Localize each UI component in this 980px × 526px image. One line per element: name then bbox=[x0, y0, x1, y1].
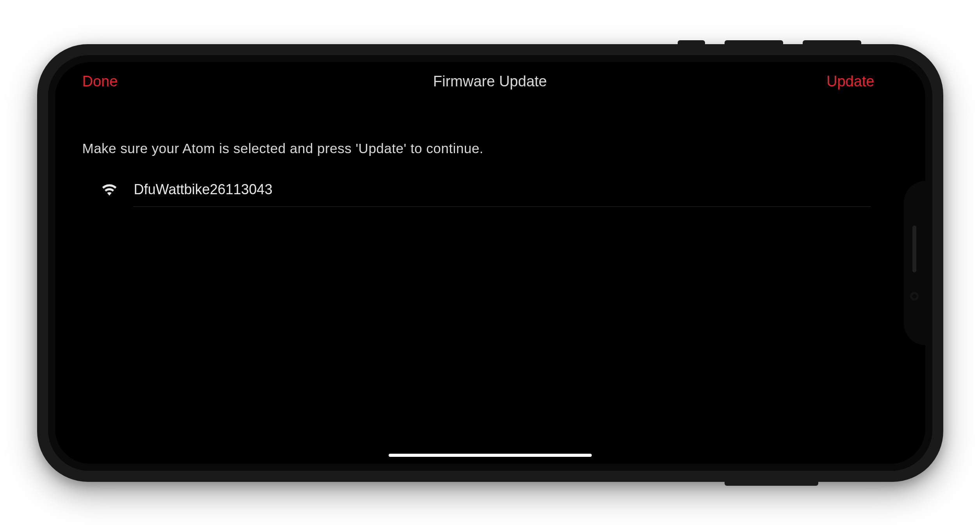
phone-bezel: Done Firmware Update Update Make sure yo… bbox=[48, 55, 932, 471]
physical-button bbox=[725, 40, 783, 44]
wifi-icon bbox=[101, 183, 118, 196]
update-button[interactable]: Update bbox=[796, 73, 898, 90]
page-title: Firmware Update bbox=[184, 73, 796, 90]
nav-bar: Done Firmware Update Update bbox=[55, 62, 925, 98]
physical-button bbox=[725, 482, 818, 486]
physical-button bbox=[803, 40, 861, 44]
speaker-grille bbox=[912, 225, 916, 272]
device-row[interactable]: DfuWattbike26113043 bbox=[82, 176, 898, 206]
screen: Done Firmware Update Update Make sure yo… bbox=[55, 62, 925, 464]
physical-button bbox=[678, 40, 705, 44]
front-camera bbox=[910, 292, 919, 301]
device-name: DfuWattbike26113043 bbox=[134, 181, 273, 198]
home-indicator[interactable] bbox=[389, 454, 592, 457]
phone-frame: Done Firmware Update Update Make sure yo… bbox=[37, 44, 943, 482]
done-button[interactable]: Done bbox=[82, 73, 184, 90]
instruction-text: Make sure your Atom is selected and pres… bbox=[82, 141, 898, 156]
content-area: Make sure your Atom is selected and pres… bbox=[55, 98, 925, 207]
notch bbox=[904, 181, 925, 345]
divider bbox=[133, 206, 871, 207]
